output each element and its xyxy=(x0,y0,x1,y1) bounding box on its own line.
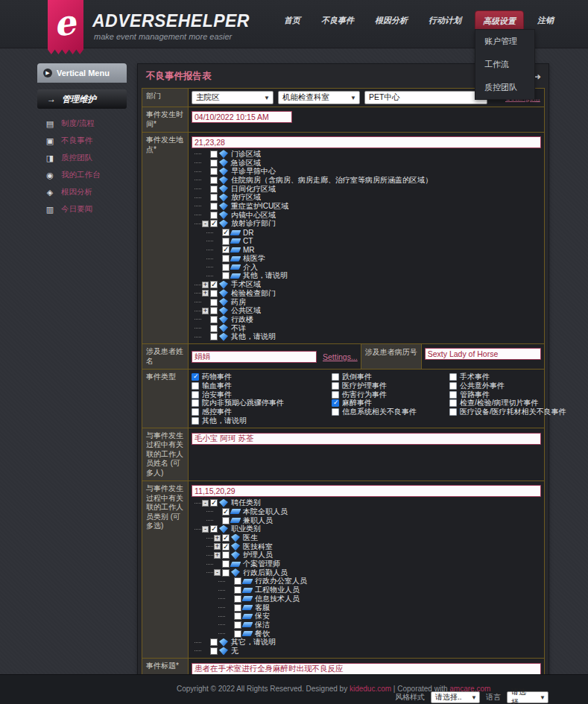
dropdown-menu-item[interactable]: 质控团队 xyxy=(475,76,534,99)
tree-checkbox[interactable] xyxy=(222,569,230,577)
event-type-checkbox[interactable] xyxy=(332,391,339,399)
tree-expander[interactable]: + xyxy=(214,543,221,550)
tree-checkbox[interactable] xyxy=(222,246,230,253)
event-type-checkbox[interactable] xyxy=(449,408,457,416)
dropdown-menu-item[interactable]: 工作流 xyxy=(475,53,534,76)
tree-checkbox[interactable] xyxy=(210,203,218,210)
tree-checkbox[interactable] xyxy=(222,264,230,271)
event-type-checkbox[interactable] xyxy=(192,391,199,399)
tree-checkbox[interactable] xyxy=(222,560,230,568)
tree-expander[interactable]: - xyxy=(202,500,209,507)
tree-checkbox[interactable] xyxy=(210,325,218,332)
tree-checkbox[interactable] xyxy=(210,299,218,306)
tree-node-label[interactable]: 放射诊疗部门 xyxy=(231,218,276,229)
dropdown-menu-item[interactable]: 账户管理 xyxy=(475,30,534,53)
tree-checkbox[interactable] xyxy=(210,525,218,533)
tree-checkbox[interactable] xyxy=(210,150,218,158)
tree-expander[interactable]: + xyxy=(214,552,221,559)
tree-node-label[interactable]: 其他，请说明 xyxy=(231,332,276,342)
event-type-checkbox[interactable] xyxy=(332,408,339,416)
staff-names-input[interactable] xyxy=(192,433,541,445)
style-select[interactable]: 请选择.. ▼ xyxy=(431,691,480,703)
tree-checkbox[interactable] xyxy=(234,604,241,612)
tree-checkbox[interactable] xyxy=(210,307,218,314)
event-type-checkbox[interactable] xyxy=(449,373,457,381)
department-select[interactable]: 主院区 ▼ xyxy=(192,91,274,104)
tree-checkbox[interactable] xyxy=(210,290,218,297)
tree-checkbox[interactable] xyxy=(210,159,218,167)
event-type-checkbox[interactable] xyxy=(449,382,457,390)
event-type-checkbox[interactable] xyxy=(449,391,457,399)
nav-item[interactable]: 不良事件 xyxy=(314,10,361,32)
event-type-checkbox[interactable] xyxy=(192,399,199,407)
tree-expander[interactable]: - xyxy=(202,221,209,227)
nav-item[interactable]: 根因分析 xyxy=(367,10,415,32)
tree-expander[interactable]: + xyxy=(202,308,209,314)
tree-checkbox[interactable] xyxy=(210,638,218,646)
tree-expander[interactable]: - xyxy=(202,526,209,533)
tree-checkbox[interactable] xyxy=(222,508,230,516)
tree-checkbox[interactable] xyxy=(210,647,218,655)
tree-checkbox[interactable] xyxy=(234,621,241,629)
event-type-checkbox[interactable] xyxy=(192,408,199,416)
event-type-checkbox[interactable] xyxy=(192,373,199,381)
sidebar-menu-item[interactable]: ◉ 我的工作台 xyxy=(45,170,127,180)
language-select[interactable]: 请选择.. ▼ xyxy=(507,691,549,703)
app-logo[interactable]: e xyxy=(48,0,83,54)
department-select[interactable]: PET中心 ▼ xyxy=(364,91,487,104)
tree-checkbox[interactable] xyxy=(234,630,241,638)
tree-checkbox[interactable] xyxy=(210,281,218,288)
patient-record-input[interactable] xyxy=(425,348,541,360)
sidebar-menu-item[interactable]: ▥ 今日要闻 xyxy=(45,204,127,215)
tree-checkbox[interactable] xyxy=(210,168,218,175)
department-select[interactable]: 机能检查科室 ▼ xyxy=(278,91,360,104)
sidebar-menu-item[interactable]: ▣ 不良事件 xyxy=(45,136,127,146)
tree-checkbox[interactable] xyxy=(210,185,218,193)
event-title-input[interactable] xyxy=(192,663,541,675)
tree-checkbox[interactable] xyxy=(234,577,241,585)
sidebar-menu-item[interactable]: ◈ 根因分析 xyxy=(45,187,127,197)
event-type-checkbox[interactable] xyxy=(332,399,339,407)
tree-checkbox[interactable] xyxy=(234,586,241,594)
tree-checkbox[interactable] xyxy=(222,551,230,559)
tree-checkbox[interactable] xyxy=(210,316,218,323)
tree-node-label[interactable]: CT xyxy=(243,237,253,245)
tree-node-label[interactable]: DR xyxy=(243,229,253,237)
event-location-input[interactable] xyxy=(192,136,541,148)
tree-checkbox[interactable] xyxy=(222,543,230,551)
tree-checkbox[interactable] xyxy=(222,534,230,542)
tree-checkbox[interactable] xyxy=(222,272,230,279)
tree-checkbox[interactable] xyxy=(210,220,218,227)
patient-name-input[interactable] xyxy=(192,351,317,363)
event-type-checkbox[interactable] xyxy=(192,382,199,390)
event-time-input[interactable] xyxy=(192,111,292,123)
tree-node-label[interactable]: 无 xyxy=(231,646,238,656)
sidebar-menu-item[interactable]: ◨ 质控团队 xyxy=(45,153,127,163)
tree-checkbox[interactable] xyxy=(234,612,241,620)
event-type-checkbox[interactable] xyxy=(192,417,199,425)
event-type-checkbox[interactable] xyxy=(332,373,339,381)
designer-link[interactable]: kideduc.com xyxy=(350,685,391,693)
tree-checkbox[interactable] xyxy=(210,499,218,507)
tree-checkbox[interactable] xyxy=(222,229,230,236)
tree-checkbox[interactable] xyxy=(210,212,218,219)
event-type-checkbox[interactable] xyxy=(332,382,339,390)
staff-categories-input[interactable] xyxy=(192,485,541,497)
tree-checkbox[interactable] xyxy=(222,238,230,245)
tree-expander[interactable]: + xyxy=(202,282,209,288)
tree-checkbox[interactable] xyxy=(222,517,230,524)
tree-checkbox[interactable] xyxy=(210,177,218,184)
sidebar-section-maintenance[interactable]: → 管理维护 xyxy=(37,89,127,109)
tree-checkbox[interactable] xyxy=(234,595,241,603)
tree-checkbox[interactable] xyxy=(210,333,218,340)
tree-expander[interactable]: + xyxy=(202,290,209,296)
tree-expander[interactable]: + xyxy=(214,535,221,542)
tree-expander[interactable]: - xyxy=(214,569,221,576)
tree-checkbox[interactable] xyxy=(210,194,218,201)
sidebar-menu-item[interactable]: ▤ 制度/流程 xyxy=(45,118,127,129)
nav-item[interactable]: 行动计划 xyxy=(421,10,469,32)
nav-item[interactable]: 首页 xyxy=(276,10,308,32)
tree-checkbox[interactable] xyxy=(222,255,230,262)
patient-settings-link[interactable]: Settings... xyxy=(323,352,358,361)
event-type-checkbox[interactable] xyxy=(449,399,457,407)
